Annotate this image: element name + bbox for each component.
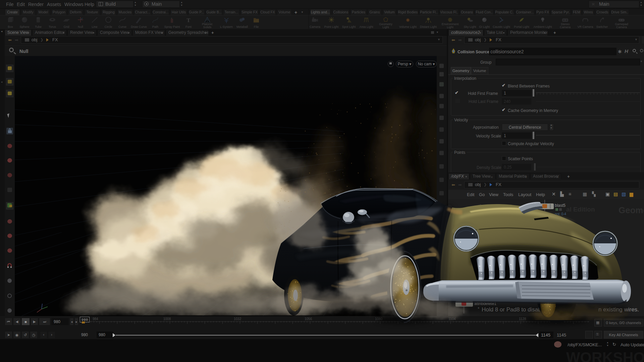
svg-text:T: T [186, 17, 191, 23]
